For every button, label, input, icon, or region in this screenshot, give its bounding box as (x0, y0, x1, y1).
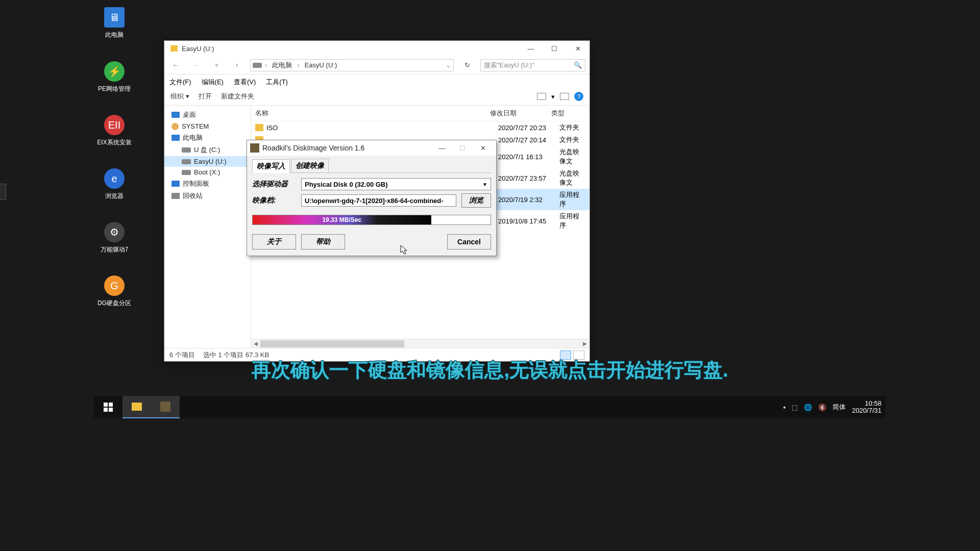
svg-rect-0 (104, 403, 108, 407)
ie-icon: e (104, 168, 125, 189)
drive-icon (253, 63, 262, 68)
file-date: 2020/7/27 23:57 (498, 174, 559, 182)
dialog-tabs: 映像写入 创建映像 (252, 159, 491, 173)
network-icon[interactable]: 🌐 (804, 404, 812, 411)
up-button[interactable]: ↑ (230, 58, 244, 72)
edge-flyout-tab[interactable] (0, 184, 6, 200)
tree-system[interactable]: SYSTEM (164, 121, 251, 132)
menu-file[interactable]: 文件(F) (169, 78, 191, 87)
file-type: 应用程序 (559, 212, 585, 230)
newfolder-button[interactable]: 新建文件夹 (221, 92, 254, 101)
minimize-button[interactable]: — (519, 41, 543, 56)
tree-drive-c[interactable]: U 盘 (C:) (164, 144, 251, 156)
breadcrumb-pc[interactable]: 此电脑 (270, 61, 294, 70)
chevron-down-icon[interactable]: ⌄ (446, 61, 451, 69)
taskbar-diskimage[interactable] (151, 396, 180, 418)
file-date: 2020/7/1 16:13 (498, 153, 559, 161)
list-header[interactable]: 名称 修改日期 类型 (251, 106, 590, 121)
file-type: 文件夹 (559, 123, 585, 132)
tree-pc[interactable]: 此电脑 (164, 132, 251, 144)
open-button[interactable]: 打开 (199, 92, 212, 101)
monitor-icon: 🖥 (104, 7, 125, 28)
maximize-button[interactable]: ☐ (543, 41, 566, 56)
drive-icon (170, 45, 178, 52)
tab-create-image[interactable]: 创建映像 (291, 159, 329, 172)
search-input[interactable]: 搜索"EasyU (U:)" 🔍 (480, 59, 585, 71)
tree-drive-u[interactable]: EasyU (U:) (164, 156, 251, 167)
organize-button[interactable]: 组织 ▾ (170, 92, 189, 101)
subtitle-caption: 再次确认一下硬盘和镜像信息,无误就点击开始进行写盘. (0, 357, 980, 383)
layout-options-icon[interactable] (537, 93, 546, 100)
clock[interactable]: 10:58 2020/7/31 (852, 400, 881, 414)
dialog-close-button[interactable]: ✕ (473, 141, 493, 155)
tree-recycle[interactable]: 回收站 (164, 190, 251, 202)
ime-indicator[interactable]: 简体 (832, 403, 846, 412)
horizontal-scrollbar[interactable]: ◄► (251, 339, 590, 348)
taskbar-explorer[interactable] (122, 396, 151, 418)
close-button[interactable]: ✕ (566, 41, 590, 56)
progress-text: 19.33 MB/Sec (253, 215, 431, 224)
desktop-icon-driver[interactable]: ⚙ 万能驱动7 (91, 222, 137, 254)
file-type: 光盘映像文 (559, 169, 585, 187)
breadcrumb-drive[interactable]: EasyU (U:) (303, 61, 339, 69)
address-bar[interactable]: › 此电脑 › EasyU (U:) ⌄ (250, 59, 454, 71)
taskbar: ▪ ⬚ 🌐 🔇 简体 10:58 2020/7/31 (94, 396, 886, 418)
titlebar[interactable]: EasyU (U:) — ☐ ✕ (164, 41, 590, 56)
tab-write-image[interactable]: 映像写入 (252, 159, 290, 173)
usb-icon[interactable]: ⬚ (792, 404, 798, 411)
help-icon[interactable]: ? (574, 92, 583, 101)
file-date: 2020/7/27 20:23 (498, 124, 559, 132)
forward-button[interactable]: → (189, 58, 203, 72)
dialog-titlebar[interactable]: Roadkil's DiskImage Version 1.6 — ☐ ✕ (247, 140, 496, 156)
folder-icon (255, 124, 263, 131)
image-file-input[interactable]: U:\openwrt-gdq-7-1[2020]-x86-64-combined… (301, 194, 456, 207)
menu-edit[interactable]: 编辑(E) (202, 78, 224, 87)
cancel-button[interactable]: Cancel (447, 234, 491, 249)
file-name: ISO (266, 124, 498, 132)
chevron-down-icon[interactable]: ▾ (551, 93, 555, 101)
disk-icon: G (104, 276, 125, 296)
col-type[interactable]: 类型 (551, 109, 585, 118)
gear-icon: ⚙ (104, 222, 125, 242)
chevron-down-icon: ▼ (482, 182, 487, 187)
recent-dropdown[interactable]: ▾ (209, 58, 224, 72)
svg-rect-3 (109, 408, 113, 412)
menubar: 文件(F) 编辑(E) 查看(V) 工具(T) (164, 74, 590, 90)
drive-combobox[interactable]: Physical Disk 0 (32.00 GB) ▼ (301, 178, 491, 190)
browse-button[interactable]: 浏览 (461, 193, 491, 208)
menu-view[interactable]: 查看(V) (234, 78, 256, 87)
help-button[interactable]: 帮助 (301, 234, 345, 249)
desktop-icon-this-pc[interactable]: 🖥 此电脑 (91, 7, 137, 39)
about-button[interactable]: 关于 (252, 234, 296, 249)
toolbar: 组织 ▾ 打开 新建文件夹 ▾ ? (164, 90, 590, 106)
desktop-icon-eix[interactable]: EII EIX系统安装 (91, 115, 137, 147)
desktop-icon-pe-net[interactable]: ⚡ PE网络管理 (91, 61, 137, 93)
dialog-maximize-button: ☐ (452, 141, 473, 155)
tray-icon[interactable]: ▪ (783, 404, 786, 411)
volume-icon[interactable]: 🔇 (818, 404, 826, 411)
file-type: 文件夹 (559, 135, 585, 144)
drive-label: 选择驱动器 (252, 180, 296, 189)
tree-desktop[interactable]: 桌面 (164, 109, 251, 121)
desktop-icon-dg[interactable]: G DG硬盘分区 (91, 276, 137, 308)
preview-pane-icon[interactable] (560, 93, 569, 100)
desktop-icon-browser[interactable]: e 浏览器 (91, 168, 137, 201)
refresh-button[interactable]: ↻ (460, 61, 474, 69)
app-icon (250, 143, 259, 153)
dialog-title: Roadkil's DiskImage Version 1.6 (262, 144, 432, 152)
progress-bar: 19.33 MB/Sec (252, 215, 491, 225)
menu-tools[interactable]: 工具(T) (266, 78, 288, 87)
tree-control-panel[interactable]: 控制面板 (164, 178, 251, 190)
nav-tree: 桌面 SYSTEM 此电脑 U 盘 (C:) EasyU (U:) Boot (… (164, 106, 251, 348)
col-date[interactable]: 修改日期 (490, 109, 551, 118)
tree-drive-x[interactable]: Boot (X:) (164, 167, 251, 178)
start-button[interactable] (94, 396, 122, 418)
svg-rect-1 (109, 403, 113, 407)
table-row[interactable]: ISO2020/7/27 20:23文件夹 (251, 121, 590, 134)
back-button[interactable]: ← (168, 58, 183, 72)
col-name[interactable]: 名称 (255, 109, 490, 118)
install-icon: EII (104, 115, 125, 135)
diskimage-dialog: Roadkil's DiskImage Version 1.6 — ☐ ✕ 映像… (247, 140, 497, 256)
file-date: 2020/7/27 20:14 (498, 136, 559, 144)
dialog-minimize-button[interactable]: — (432, 141, 452, 155)
